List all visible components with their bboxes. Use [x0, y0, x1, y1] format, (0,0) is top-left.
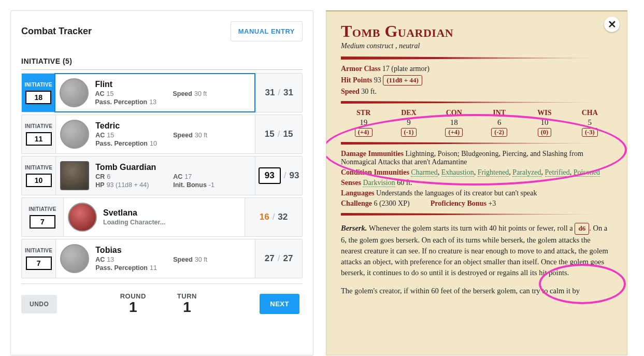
initiative-row[interactable]: INITIATIVE 7 Tobias AC13Speed30 ft Pass.… — [21, 239, 303, 278]
ability-heading: WIS — [522, 109, 567, 117]
trait-text: Whenever the golem starts its turn with … — [369, 224, 575, 232]
initiative-row[interactable]: INITIATIVE 11 Tedric AC15Speed30 ft Pass… — [21, 115, 303, 154]
ability-mod-button[interactable]: (+4) — [445, 128, 463, 137]
hp-current[interactable]: 15 — [265, 129, 275, 139]
hp-max: 27 — [283, 253, 293, 264]
condition-link[interactable]: Exhaustion — [441, 168, 474, 177]
ability-mod-button[interactable]: (+4) — [355, 128, 373, 137]
ability-mod-button[interactable]: (-3) — [582, 128, 598, 137]
hp-cell[interactable]: 27 / 27 — [255, 239, 302, 278]
ability-heading: CON — [432, 109, 477, 117]
trait-name: Berserk. — [341, 224, 367, 232]
combatant-chip[interactable]: Tomb Guardian CR6AC17 HP93 (11d8 + 44)In… — [55, 156, 255, 195]
ability-mod-button[interactable]: (-2) — [491, 128, 507, 137]
speed-label: Speed — [341, 88, 360, 95]
tracker-footer: UNDO ROUND 1 TURN 1 NEXT — [21, 283, 303, 324]
speed-value: 30 ft. — [361, 88, 377, 95]
initiative-cell: INITIATIVE 18 — [22, 74, 55, 112]
monster-name: Tomb Guardian — [341, 22, 612, 41]
initiative-label: INITIATIVE — [25, 165, 52, 170]
ability-score: 9 — [386, 118, 431, 127]
initiative-input[interactable]: 7 — [26, 257, 52, 270]
initiative-row[interactable]: INITIATIVE 10 Tomb Guardian CR6AC17 HP93… — [21, 156, 303, 195]
senses-label: Senses — [341, 179, 361, 187]
hp-cell[interactable]: 31 / 31 — [255, 74, 302, 112]
ability-heading: CHA — [567, 109, 612, 117]
avatar — [60, 161, 89, 190]
initiative-label: INITIATIVE — [28, 206, 56, 212]
combat-tracker-panel: Combat Tracker MANUAL ENTRY INITIATIVE (… — [10, 10, 313, 355]
avatar — [60, 244, 89, 273]
initiative-input[interactable]: 11 — [26, 132, 52, 146]
initiative-input[interactable]: 7 — [30, 215, 55, 229]
challenge-value: 6 (2300 XP) — [374, 200, 409, 207]
initiative-input[interactable]: 10 — [26, 174, 52, 187]
condition-link[interactable]: Paralyzed — [512, 168, 541, 177]
combatant-chip[interactable]: Tedric AC15Speed30 ft Pass. Perception10 — [55, 115, 255, 153]
hp-current[interactable]: 27 — [265, 253, 275, 264]
initiative-cell: INITIATIVE 7 — [22, 198, 63, 236]
next-button[interactable]: NEXT — [260, 294, 299, 314]
trait-berserk-continued: The golem's creator, if within 60 feet o… — [341, 286, 612, 296]
initiative-label: INITIATIVE — [25, 123, 52, 129]
undo-button[interactable]: UNDO — [21, 295, 57, 314]
initiative-label: INITIATIVE — [25, 248, 52, 253]
condition-immunities-label: Condition Immunities — [341, 168, 409, 176]
ability-heading: INT — [477, 109, 522, 117]
hp-current[interactable]: 93 — [259, 167, 281, 184]
avatar — [60, 78, 89, 107]
hp-current[interactable]: 31 — [265, 88, 275, 98]
combatant-chip[interactable]: Svetlana Loading Character... — [63, 198, 245, 236]
ability-score: 19 — [341, 118, 386, 127]
combatant-name: Tobias — [95, 246, 251, 255]
languages-label: Languages — [341, 189, 375, 197]
languages-value: Understands the languages of its creator… — [376, 189, 537, 197]
manual-entry-button[interactable]: MANUAL ENTRY — [231, 21, 303, 41]
hp-cell[interactable]: 93 / 93 — [255, 156, 302, 195]
initiative-cell: INITIATIVE 7 — [22, 239, 55, 278]
initiative-row[interactable]: INITIATIVE 18 Flint AC15Speed30 ft Pass.… — [21, 73, 303, 112]
ability-mod-button[interactable]: (0) — [538, 128, 552, 137]
hp-current[interactable]: 16 — [260, 212, 269, 222]
ability-scores: STR 19 (+4)DEX 9 (-1)CON 18 (+4)INT 6 (-… — [341, 109, 612, 137]
berserk-roll-button[interactable]: d6 — [575, 223, 589, 235]
combatant-chip[interactable]: Tobias AC13Speed30 ft Pass. Perception11 — [55, 239, 255, 278]
hp-cell[interactable]: 15 / 15 — [255, 115, 302, 153]
condition-link[interactable]: Frightened — [478, 168, 509, 177]
ac-value: 17 (plate armor) — [382, 65, 430, 73]
ability-mod-button[interactable]: (-1) — [401, 128, 417, 137]
avatar — [68, 203, 97, 232]
senses-range: 60 ft. — [397, 179, 412, 187]
avatar — [60, 120, 89, 149]
divider — [341, 56, 612, 60]
hp-max: 15 — [283, 129, 293, 139]
hp-cell[interactable]: 16 / 32 — [245, 198, 302, 236]
initiative-input[interactable]: 18 — [25, 91, 51, 104]
condition-link[interactable]: Poisoned — [574, 168, 600, 177]
initiative-heading: INITIATIVE (5) — [21, 57, 303, 70]
ac-label: Armor Class — [341, 65, 380, 73]
initiative-cell: INITIATIVE 11 — [22, 115, 55, 153]
turn-value: 1 — [177, 299, 197, 316]
ability-score: 18 — [432, 118, 477, 127]
prof-bonus-label: Proficiency Bonus — [431, 200, 486, 207]
trait-berserk: Berserk. Whenever the golem starts its t… — [341, 223, 612, 278]
senses-link[interactable]: Darkvision — [363, 179, 395, 187]
hp-roll-button[interactable]: (11d8 + 44) — [383, 75, 422, 86]
ability-score: 10 — [522, 118, 567, 127]
initiative-label: INITIATIVE — [25, 82, 52, 88]
prof-bonus-value: +3 — [488, 200, 496, 207]
hp-label: Hit Points — [341, 76, 372, 84]
combatant-chip[interactable]: Flint AC15Speed30 ft Pass. Perception13 — [54, 73, 255, 112]
monster-type: Medium construct , neutral — [341, 42, 612, 50]
divider — [341, 142, 612, 145]
close-icon: ✕ — [608, 18, 617, 31]
ability-score: 6 — [477, 118, 522, 127]
condition-link[interactable]: Petrified — [545, 168, 570, 177]
hp-value: 93 — [374, 76, 381, 84]
close-button[interactable]: ✕ — [604, 17, 620, 32]
tracker-title: Combat Tracker — [21, 26, 92, 37]
damage-immunities-label: Damage Immunities — [341, 150, 404, 158]
initiative-row[interactable]: INITIATIVE 7 Svetlana Loading Character.… — [21, 197, 303, 237]
condition-link[interactable]: Charmed — [411, 168, 437, 177]
